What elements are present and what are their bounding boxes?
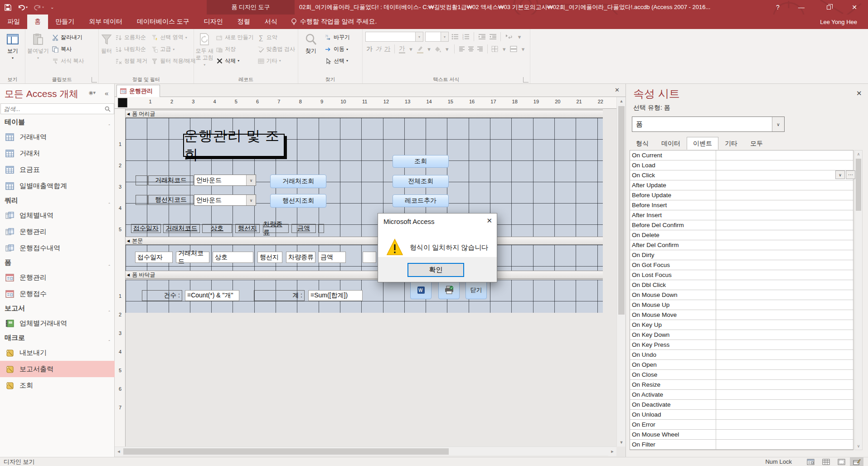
property-row[interactable]: On Mouse Wheel xyxy=(630,430,853,440)
tab-data[interactable]: 데이터 xyxy=(655,137,687,150)
property-value[interactable] xyxy=(716,330,853,340)
remove-sort-button[interactable]: 정렬 제거 xyxy=(113,55,149,67)
dialog-close-icon[interactable]: ✕ xyxy=(486,217,492,225)
supplier-code-label[interactable]: 거래처코드 xyxy=(148,175,194,185)
property-row[interactable]: On Got Focus xyxy=(630,260,853,270)
detail-textbox-partial[interactable] xyxy=(363,252,376,263)
search-all-command-button[interactable]: 전체조회 xyxy=(393,175,449,188)
help-button[interactable]: ? xyxy=(767,0,788,15)
new-record-button[interactable]: 새로 만들기 xyxy=(214,32,255,43)
scroll-down-icon[interactable]: ∨ xyxy=(855,442,862,450)
save-record-button[interactable]: 저장 xyxy=(214,44,255,55)
tab-other[interactable]: 기타 xyxy=(718,137,744,150)
property-row[interactable]: On Resize xyxy=(630,380,853,390)
nav-section-forms[interactable]: 폼ꞈ xyxy=(0,256,115,269)
destination-search-button[interactable]: 행선지조회 xyxy=(270,194,326,208)
nav-item-table[interactable]: 요금표 xyxy=(0,161,115,178)
bold-icon[interactable]: 가 xyxy=(366,44,373,53)
count-label[interactable]: 건수 : xyxy=(142,290,182,301)
property-row[interactable]: On Deactivate xyxy=(630,400,853,410)
tab-design[interactable]: 디자인 xyxy=(197,15,230,29)
column-header-label[interactable]: 상호 xyxy=(202,224,232,233)
property-value[interactable] xyxy=(716,260,853,270)
detail-textbox[interactable]: 금액 xyxy=(318,252,346,263)
refresh-all-button[interactable]: 모두 새로 고침▾ xyxy=(195,30,214,74)
property-row[interactable]: On Key Up xyxy=(630,320,853,330)
property-row[interactable]: After Del Confirm xyxy=(630,240,853,250)
scroll-right-icon[interactable]: ► xyxy=(608,447,616,456)
property-value[interactable] xyxy=(716,230,853,240)
delete-record-button[interactable]: 삭제▾ xyxy=(214,55,255,67)
design-view-icon[interactable] xyxy=(850,457,863,466)
property-value[interactable] xyxy=(716,280,853,290)
tell-me-box[interactable]: 수행할 작업을 알려 주세요. xyxy=(285,15,383,29)
property-value[interactable] xyxy=(716,270,853,280)
filter-button[interactable]: 필터 xyxy=(100,30,113,74)
print-button[interactable] xyxy=(438,281,460,299)
property-row[interactable]: On Unload xyxy=(630,410,853,420)
nav-item-query[interactable]: 운행관리 xyxy=(0,223,115,240)
document-close-icon[interactable]: ✕ xyxy=(615,87,620,93)
property-value[interactable] xyxy=(716,150,853,160)
detail-section-bar[interactable]: ◀본문 xyxy=(126,237,603,245)
datasheet-view-icon[interactable] xyxy=(819,457,833,466)
restore-button[interactable] xyxy=(818,0,839,15)
property-row[interactable]: On Activate xyxy=(630,390,853,400)
tab-format[interactable]: 서식 xyxy=(257,15,285,29)
property-scrollbar[interactable]: ∧ ∨ xyxy=(854,150,863,450)
nav-item-macro-selected[interactable]: 보고서출력 xyxy=(0,361,115,377)
supplier-combo[interactable]: 언바운드∨ xyxy=(194,175,256,186)
tab-create[interactable]: 만들기 xyxy=(48,15,82,29)
nav-item-table[interactable]: 일별매출액합계 xyxy=(0,178,115,194)
attached-label-box[interactable] xyxy=(136,195,148,205)
property-row[interactable]: On Mouse Down xyxy=(630,290,853,300)
property-value[interactable] xyxy=(716,200,853,210)
find-button[interactable]: 찾기 xyxy=(299,30,323,74)
object-selector-combo[interactable]: 폼 ∨ xyxy=(632,116,785,132)
sort-descending-button[interactable]: 내림차순 xyxy=(113,44,149,55)
cut-button[interactable]: 잘라내기 xyxy=(50,32,86,43)
more-records-button[interactable]: 기타▾ xyxy=(256,55,297,67)
property-value[interactable] xyxy=(716,410,853,419)
chevron-down-icon[interactable]: ∨ xyxy=(246,175,256,185)
property-value[interactable] xyxy=(716,440,853,449)
tab-format[interactable]: 형식 xyxy=(630,137,655,150)
ruler-origin-box[interactable] xyxy=(118,98,127,107)
property-sheet-close-icon[interactable]: ✕ xyxy=(856,89,862,97)
minimize-button[interactable]: — xyxy=(791,0,812,15)
property-value[interactable] xyxy=(716,300,853,310)
nav-section-queries[interactable]: 쿼리ꞈ xyxy=(0,194,115,207)
search-input[interactable] xyxy=(1,106,102,112)
nav-section-macros[interactable]: 매크로ꞈ xyxy=(0,331,115,345)
format-painter-button[interactable]: 서식 복사 xyxy=(50,55,86,67)
qat-customize-button[interactable]: ⌄ xyxy=(50,5,54,10)
font-name-combo[interactable]: ▾ xyxy=(365,32,423,42)
scroll-thumb[interactable] xyxy=(123,448,449,455)
property-value[interactable] xyxy=(716,180,853,190)
nav-item-macro[interactable]: 조회 xyxy=(0,377,115,393)
tab-file[interactable]: 파일 xyxy=(0,15,27,29)
close-button[interactable]: ✕ xyxy=(844,0,865,15)
property-row[interactable]: Before Update xyxy=(630,190,853,200)
column-header-label[interactable]: 금액 xyxy=(291,224,316,233)
alternate-row-color-icon[interactable] xyxy=(510,44,517,53)
destination-combo[interactable]: 언바운드∨ xyxy=(194,194,256,206)
bullets-icon[interactable] xyxy=(451,32,460,41)
save-button[interactable] xyxy=(5,4,11,11)
property-row[interactable]: On Open xyxy=(630,360,853,370)
sort-ascending-button[interactable]: 오름차순 xyxy=(113,32,149,43)
column-header-label-partial[interactable] xyxy=(318,224,324,233)
detail-textbox[interactable]: 상호 xyxy=(213,252,253,263)
selection-filter-button[interactable]: 선택 영역▾ xyxy=(149,32,198,43)
form-title-label[interactable]: 운행관리 및 조회 xyxy=(183,134,285,157)
column-header-label[interactable]: 접수일자 xyxy=(131,224,161,233)
column-header-label[interactable]: 차랑종류 xyxy=(263,224,289,233)
detail-textbox[interactable]: 접수일자 xyxy=(135,252,173,263)
undo-button[interactable]: ▾ xyxy=(18,4,28,10)
property-value[interactable] xyxy=(716,170,853,180)
count-expression-textbox[interactable]: =Count(*) & "개" xyxy=(185,290,239,301)
nav-filter-icon[interactable]: ◉▾ xyxy=(89,90,96,96)
property-row[interactable]: On Dirty xyxy=(630,250,853,260)
detail-textbox[interactable]: 행선지 xyxy=(257,252,282,263)
property-row[interactable]: Before Insert xyxy=(630,200,853,210)
